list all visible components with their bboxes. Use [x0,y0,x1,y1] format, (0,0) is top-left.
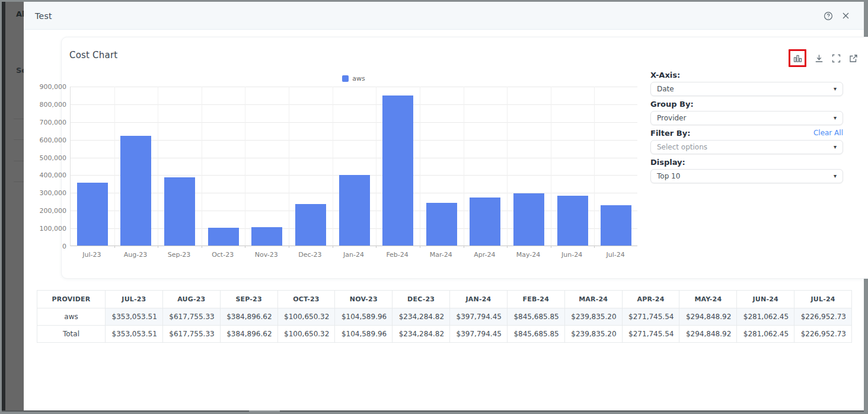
filter-by-label: Filter By: [650,129,690,138]
gridline [245,87,245,246]
background-dimmed-page: Al Se [5,2,24,410]
bar-May-24 [513,193,544,246]
chevron-down-icon: ▾ [834,115,837,121]
cost-value-cell: $397,794.45 [450,326,508,343]
cost-value-cell: $239,835.20 [564,326,622,343]
cost-value-cell: $845,685.85 [507,308,564,326]
table-header-provider: PROVIDER [37,291,106,308]
x-axis-tick [202,246,202,248]
modal-title: Test [35,11,52,21]
bar-Aug-23 [120,136,151,246]
cost-value-cell: $281,062.45 [737,326,794,343]
fullscreen-icon[interactable] [831,53,841,63]
display-selected-value: Top 10 [657,172,680,180]
legend-label: aws [352,75,365,82]
display-dropdown[interactable]: Top 10 ▾ [650,169,843,183]
bar-Sep-23 [164,177,195,246]
x-axis-control: X-Axis: Date ▾ [650,70,843,96]
filter-by-dropdown[interactable]: Select options ▾ [650,140,843,154]
y-axis-tick-label: 800,000 [25,101,66,109]
cost-value-cell: $239,835.20 [564,308,622,326]
chevron-down-icon: ▾ [834,86,837,92]
table-header-dec-23: DEC-23 [392,291,450,308]
cost-value-cell: $234,284.82 [392,326,450,343]
gridline [594,87,595,246]
clear-all-link[interactable]: Clear All [813,129,843,137]
table-header-may-24: MAY-24 [679,291,737,308]
x-axis-tick-label: Aug-23 [114,251,158,259]
table-row-total: Total$353,053.51$617,755.33$384,896.62$1… [37,326,852,343]
bar-Jul-23 [77,183,108,246]
y-axis-tick-label: 400,000 [25,171,66,179]
background-clipped-text: Se [16,66,24,75]
bar-chart-icon[interactable] [793,53,802,63]
group-by-selected-value: Provider [657,114,686,122]
x-axis-tick-label: Oct-23 [201,251,245,259]
help-icon[interactable] [823,11,833,21]
cost-value-cell: $271,745.54 [622,326,679,343]
close-icon[interactable] [841,11,851,21]
provider-cell: aws [37,308,106,326]
table-header-apr-24: APR-24 [622,291,679,308]
group-by-dropdown[interactable]: Provider ▾ [650,111,843,125]
cost-value-cell: $617,755.33 [162,308,220,326]
bar-Apr-24 [470,198,500,246]
y-axis-tick-label: 600,000 [25,136,66,144]
x-axis-tick-label: May-24 [506,251,550,259]
x-axis-tick-label: Dec-23 [288,251,332,259]
background-clipped-text: Al [16,9,24,18]
filter-by-placeholder: Select options [657,143,707,151]
x-axis-tick-label: Jul-23 [70,251,114,259]
x-axis-tick [114,246,115,248]
screen: Al Se Test [0,0,868,414]
horizontal-scrollbar-thumb[interactable] [249,410,280,412]
x-axis-tick-label: Nov-23 [244,251,288,259]
table-header-jul-23: JUL-23 [106,291,163,308]
cost-value-cell: $100,650.32 [277,326,335,343]
card-title: Cost Chart [69,50,117,60]
chevron-down-icon: ▾ [834,173,837,179]
gridline [71,122,637,123]
cost-value-cell: $226,952.73 [794,326,852,343]
cost-value-cell: $104,589.96 [335,326,392,343]
gridline [71,158,637,158]
table-header-oct-23: OCT-23 [277,291,335,308]
x-axis-selected-value: Date [657,85,674,93]
gridline [333,87,333,246]
y-axis-tick-label: 700,000 [25,119,66,126]
group-by-control: Group By: Provider ▾ [650,99,843,125]
modal-header: Test [24,2,864,30]
chevron-down-icon: ▾ [834,144,837,150]
chart-toolbar [789,49,858,67]
table-row-aws: aws$353,053.51$617,755.33$384,896.62$100… [37,308,852,326]
x-axis-tick-label: Jan-24 [332,251,376,259]
background-row-divider [14,181,24,182]
x-axis-dropdown[interactable]: Date ▾ [650,82,843,96]
table-header-sep-23: SEP-23 [220,291,277,308]
bar-Mar-24 [426,203,457,246]
gridline [71,140,637,141]
x-axis-tick [594,246,595,248]
table-header-jul-24: JUL-24 [794,291,852,308]
cost-value-cell: $353,053.51 [106,308,163,326]
background-row-divider [14,119,24,119]
gridline [289,87,289,246]
bar-Dec-23 [295,204,326,246]
x-axis-tick [376,246,376,248]
y-axis-tick-label: 0 [25,243,66,250]
download-icon[interactable] [814,53,824,63]
window-frame-bottom [2,410,864,412]
table-header-nov-23: NOV-23 [335,291,392,308]
cost-value-cell: $100,650.32 [277,308,335,326]
x-axis-tick [245,246,245,248]
chart-legend[interactable]: aws [70,75,637,82]
gridline [420,87,420,246]
gridline [158,87,158,246]
gridline [507,87,508,246]
provider-cell: Total [37,326,106,343]
bar-Nov-23 [251,227,282,246]
y-axis-tick-label: 300,000 [25,189,66,197]
cost-value-cell: $617,755.33 [162,326,220,343]
open-external-icon[interactable] [848,53,858,63]
filter-by-control: Filter By: Clear All Select options ▾ [650,128,843,154]
